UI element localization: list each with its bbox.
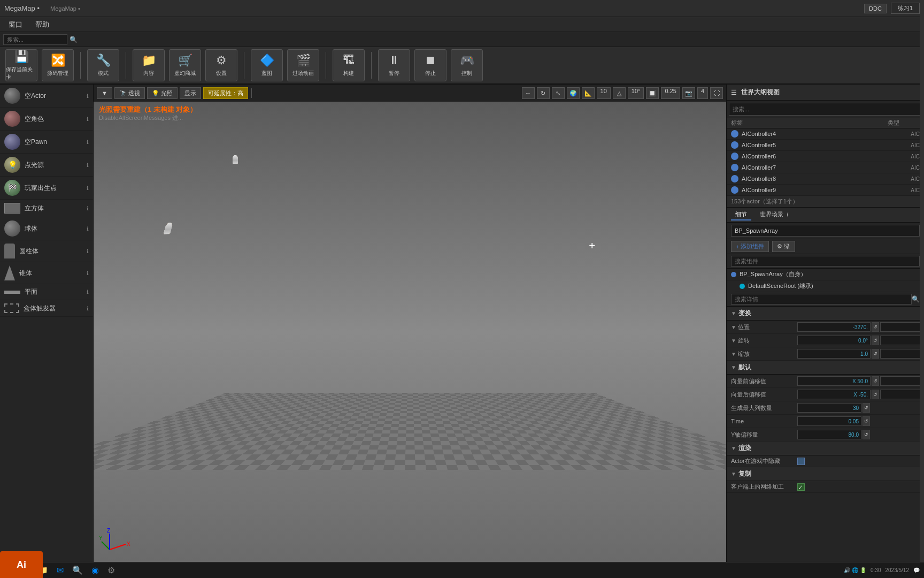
vp-rotate-icon[interactable]: ↻ bbox=[537, 87, 550, 99]
toolbar-blueprint[interactable]: 🔷 蓝图 bbox=[251, 49, 283, 81]
search-detail-input[interactable] bbox=[731, 294, 912, 305]
world-outline-search[interactable] bbox=[729, 103, 924, 116]
vp-maximize-icon[interactable]: ⛶ bbox=[710, 87, 723, 99]
vp-coord-icon[interactable]: 🌍 bbox=[567, 87, 580, 99]
left-item-sphere[interactable]: 球体 ℹ bbox=[0, 217, 93, 240]
vp-snap-icon[interactable]: 📐 bbox=[582, 87, 595, 99]
y-offset-row: Y轴偏移量 ↺ bbox=[727, 428, 924, 442]
detail-tab-detail[interactable]: 细节 bbox=[731, 209, 751, 220]
vp-camera-icon[interactable]: 📷 bbox=[682, 87, 695, 99]
render-section[interactable]: ▼ 渲染 bbox=[727, 442, 924, 455]
vp-dropdown[interactable]: ▼ bbox=[97, 87, 112, 99]
taskbar-notification[interactable]: 💬 bbox=[913, 567, 920, 573]
toolbar-save[interactable]: 💾 保存当前关卡 bbox=[5, 49, 37, 81]
duplicate-section[interactable]: ▼ 复制 bbox=[727, 467, 924, 481]
component-self[interactable]: BP_SpawnArray（自身） bbox=[727, 269, 924, 280]
y-offset-input[interactable] bbox=[797, 430, 861, 439]
vp-scalability[interactable]: 可延展性：高 bbox=[203, 87, 248, 99]
actor-hidden-checkbox[interactable] bbox=[797, 458, 805, 465]
scale-x-input[interactable] bbox=[797, 349, 871, 359]
y-offset-reset[interactable]: ↺ bbox=[863, 430, 870, 439]
outline-item-1[interactable]: AIController5 AIC bbox=[727, 140, 924, 151]
global-search-input[interactable] bbox=[3, 34, 67, 45]
offset-after-x-input[interactable] bbox=[797, 390, 871, 399]
scene-canvas[interactable]: + X Y Z bbox=[94, 102, 726, 562]
vp-scale-value[interactable]: 0.25 bbox=[661, 87, 680, 99]
svg-text:Z: Z bbox=[107, 528, 110, 534]
viewport[interactable]: ▼ 🔭 透视 💡 光照 显示 可延展性：高 ↔ ↻ ⤡ 🌍 📐 10 △ 10 bbox=[94, 85, 726, 562]
time-input[interactable] bbox=[797, 416, 861, 426]
offset-after-x-reset[interactable]: ↺ bbox=[872, 390, 879, 399]
offset-before-x-input[interactable] bbox=[797, 376, 871, 386]
vp-scale-icon2[interactable]: 🔲 bbox=[646, 87, 659, 99]
network-checkbox[interactable]: ✓ bbox=[797, 483, 805, 491]
toolbar-pause[interactable]: ⏸ 暂停 bbox=[378, 49, 410, 81]
toolbar-stop[interactable]: ⏹ 停止 bbox=[414, 49, 446, 81]
tab-label[interactable]: 练习1 bbox=[891, 3, 920, 14]
left-item-spawn-point[interactable]: 🏁 玩家出生点 ℹ bbox=[0, 177, 93, 200]
location-y-input[interactable] bbox=[880, 322, 924, 332]
toolbar-marketplace[interactable]: 🛒 虚幻商城 bbox=[169, 49, 201, 81]
max-row-input[interactable] bbox=[797, 403, 861, 413]
detail-tab-world[interactable]: 世界场景（ bbox=[756, 209, 794, 220]
scale-y-input[interactable] bbox=[880, 349, 924, 359]
vp-translate-icon[interactable]: ↔ bbox=[522, 87, 535, 99]
left-item-plane[interactable]: 平面 ℹ bbox=[0, 284, 93, 300]
render-label: 渲染 bbox=[738, 444, 751, 453]
left-item-empty-actor[interactable]: 空Actor ℹ bbox=[0, 85, 93, 108]
outline-item-5[interactable]: AIController9 AIC bbox=[727, 185, 924, 196]
left-item-cube[interactable]: 立方体 ℹ bbox=[0, 200, 93, 217]
taskbar-search[interactable]: 🔍 bbox=[68, 562, 87, 578]
vp-scale-icon[interactable]: ⤡ bbox=[552, 87, 565, 99]
toolbar-source[interactable]: 🔀 源码管理 bbox=[42, 49, 74, 81]
bp-name-input[interactable] bbox=[731, 225, 920, 237]
toolbar-cutscene[interactable]: 🎬 过场动画 bbox=[287, 49, 319, 81]
toolbar-build[interactable]: 🏗 构建 bbox=[333, 49, 365, 81]
scale-x-reset[interactable]: ↺ bbox=[872, 349, 879, 359]
location-x-reset[interactable]: ↺ bbox=[872, 322, 879, 332]
taskbar-mail[interactable]: ✉ bbox=[52, 562, 68, 578]
settings-component-button[interactable]: ⚙ 绿 bbox=[772, 241, 795, 252]
outline-item-4[interactable]: AIController8 AIC bbox=[727, 173, 924, 185]
outline-item-3[interactable]: AIController7 AIC bbox=[727, 162, 924, 173]
time-reset[interactable]: ↺ bbox=[863, 416, 870, 426]
rotation-y-input[interactable] bbox=[880, 336, 924, 345]
vp-grid-num[interactable]: 10 bbox=[597, 87, 611, 99]
vp-show[interactable]: 显示 bbox=[180, 87, 201, 99]
vp-angle-value[interactable]: 10° bbox=[628, 87, 644, 99]
toolbar-control[interactable]: 🎮 控制 bbox=[451, 49, 483, 81]
vp-angle-icon[interactable]: △ bbox=[613, 87, 626, 99]
offset-after-y-input[interactable] bbox=[880, 390, 924, 399]
toolbar-settings[interactable]: ⚙ 设置 bbox=[205, 49, 237, 81]
search-comp-input[interactable] bbox=[731, 256, 920, 267]
taskbar-ue4[interactable]: ◉ bbox=[87, 562, 103, 578]
menu-help[interactable]: 帮助 bbox=[30, 18, 55, 32]
offset-before-x-reset[interactable]: ↺ bbox=[872, 376, 879, 386]
vp-camera-speed[interactable]: 4 bbox=[697, 87, 708, 99]
location-x-input[interactable] bbox=[797, 322, 871, 332]
left-item-empty-char[interactable]: 空角色 ℹ bbox=[0, 108, 93, 131]
toolbar-mode[interactable]: 🔧 模式 bbox=[87, 49, 119, 81]
transform-section[interactable]: ▼ 变换 bbox=[727, 307, 924, 321]
add-component-bar: + 添加组件 ⚙ 绿 bbox=[727, 239, 924, 254]
outline-item-2[interactable]: AIController6 AIC bbox=[727, 151, 924, 162]
component-root[interactable]: DefaultSceneRoot (继承) bbox=[735, 280, 924, 292]
left-item-empty-pawn[interactable]: 空Pawn ℹ bbox=[0, 131, 93, 154]
toolbar-content[interactable]: 📁 内容 bbox=[133, 49, 165, 81]
offset-before-y-input[interactable] bbox=[880, 376, 924, 386]
vp-perspective[interactable]: 🔭 透视 bbox=[114, 87, 145, 99]
max-row-reset[interactable]: ↺ bbox=[863, 403, 870, 413]
rotation-x-reset[interactable]: ↺ bbox=[872, 336, 879, 345]
menu-window[interactable]: 窗口 bbox=[3, 18, 28, 32]
outline-item-0[interactable]: AIController4 AIC bbox=[727, 128, 924, 140]
left-item-point-light[interactable]: 💡 点光源 ℹ bbox=[0, 154, 93, 177]
left-item-cylinder[interactable]: 圆柱体 ℹ bbox=[0, 240, 93, 262]
taskbar-ue4-settings[interactable]: ⚙ bbox=[103, 562, 119, 578]
vp-lighting[interactable]: 💡 光照 bbox=[147, 87, 178, 99]
rotation-x-input[interactable] bbox=[797, 336, 871, 345]
left-item-box-trigger[interactable]: 盒体触发器 ℹ bbox=[0, 300, 93, 317]
add-component-button[interactable]: + 添加组件 bbox=[731, 241, 769, 252]
default-section[interactable]: ▼ 默认 bbox=[727, 361, 924, 375]
left-item-cone[interactable]: 锥体 ℹ bbox=[0, 262, 93, 284]
outline-type-3: AIC bbox=[888, 165, 920, 171]
